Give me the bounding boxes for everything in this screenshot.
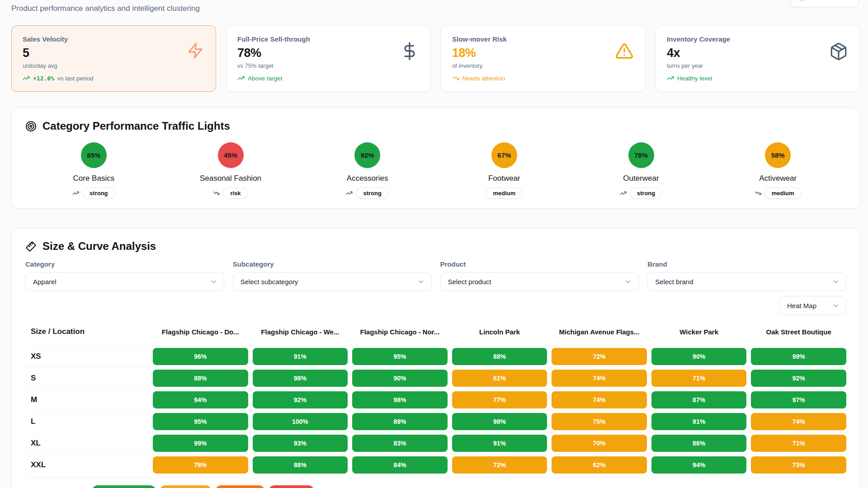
target-icon (25, 121, 37, 132)
period-selector-button[interactable]: Last 4 Weeks (790, 0, 859, 7)
heatmap-cell[interactable]: 77% (452, 391, 547, 408)
heatmap-cell[interactable]: 70% (552, 435, 647, 452)
traffic-light-item[interactable]: 85%Core Basicsstrong (25, 142, 162, 199)
traffic-light-category: Outerwear (623, 174, 659, 183)
heatmap-cell[interactable]: 87% (651, 391, 747, 408)
select-value: Select brand (655, 278, 693, 286)
heatmap-cell[interactable]: 88% (452, 348, 547, 365)
product-select[interactable]: Select product (440, 272, 639, 291)
heatmap-cell[interactable]: 62% (552, 456, 647, 474)
kpi-status: Healthy level (677, 75, 712, 82)
heatmap-cell[interactable]: 98% (253, 370, 348, 387)
location-column-header: Flagship Chicago - Nor... (352, 328, 448, 336)
location-column-header: Oak Street Boutique (751, 328, 846, 336)
heatmap-cell[interactable]: 94% (153, 391, 248, 408)
kpi-title: Slow-mover Risk (452, 35, 634, 43)
heatmap-cell[interactable]: 98% (352, 391, 448, 408)
heatmap-cell[interactable]: 61% (452, 370, 547, 387)
dollar-icon (401, 42, 419, 62)
traffic-light-item[interactable]: 67%Footwearmedium (436, 142, 573, 199)
heatmap-cell[interactable]: 95% (352, 348, 448, 365)
heatmap-cell[interactable]: 75% (552, 413, 647, 430)
performance-legend: Performance Level: 80%+ Selling Fast60-7… (25, 478, 846, 488)
heatmap-cell[interactable]: 88% (153, 370, 248, 387)
heatmap-cell[interactable]: 90% (352, 370, 448, 387)
heatmap-cell[interactable]: 74% (552, 391, 647, 408)
traffic-light-category: Seasonal Fashion (200, 174, 261, 183)
status-badge: strong (630, 188, 662, 199)
section-title-text: Category Performance Traffic Lights (42, 120, 230, 132)
subcategory-select[interactable]: Select subcategory (233, 272, 432, 291)
heatmap-cell[interactable]: 100% (253, 413, 348, 430)
heatmap-cell[interactable]: 72% (452, 456, 547, 474)
brand-select[interactable]: Select brand (647, 272, 846, 291)
kpi-card-inventory-coverage[interactable]: Inventory Coverage 4x turns per year Hea… (656, 25, 860, 92)
trending-down-icon (452, 75, 459, 82)
kpi-delta: +12.0% (33, 75, 54, 82)
heatmap-cell[interactable]: 92% (253, 391, 348, 408)
status-badge: medium (764, 188, 802, 199)
legend-pill: 80%+ Selling Fast (92, 485, 156, 488)
heatmap-cell[interactable]: 94% (651, 456, 747, 474)
heatmap-cell[interactable]: 95% (153, 413, 248, 430)
heatmap-cell[interactable]: 99% (751, 348, 846, 365)
heatmap-cell[interactable]: 78% (153, 456, 248, 474)
package-icon (829, 42, 848, 63)
size-row-label: L (25, 417, 148, 426)
heatmap-cell[interactable]: 73% (751, 456, 846, 474)
heatmap-cell[interactable]: 74% (552, 370, 647, 387)
size-row-label: S (25, 374, 148, 383)
heatmap-row: XXL78%88%84%72%62%94%73% (25, 454, 846, 475)
heatmap-cell[interactable]: 93% (253, 435, 348, 452)
heatmap-cell[interactable]: 88% (253, 456, 348, 474)
kpi-value: 5 (23, 46, 205, 60)
traffic-light-item[interactable]: 78%Outerwearstrong (573, 142, 710, 199)
traffic-light-item[interactable]: 58%Activewearmedium (709, 142, 846, 199)
heatmap-row: S88%98%90%61%74%71%92% (25, 367, 846, 389)
heatmap-cell[interactable]: 72% (552, 348, 647, 365)
heatmap-cell[interactable]: 71% (751, 435, 846, 452)
heatmap-cell[interactable]: 99% (153, 435, 248, 452)
heatmap-row: M94%92%98%77%74%87%97% (25, 389, 846, 410)
kpi-card-full-price-sell-through[interactable]: Full-Price Sell-through 78% vs 75% targe… (226, 25, 431, 92)
location-column-header: Flagship Chicago - We... (253, 328, 348, 336)
heatmap-cell[interactable]: 91% (452, 435, 547, 452)
traffic-light-circle: 58% (765, 142, 791, 168)
heatmap-cell[interactable]: 98% (452, 413, 547, 430)
heatmap-cell[interactable]: 97% (751, 391, 846, 408)
heatmap-cell[interactable]: 90% (651, 348, 747, 365)
heatmap-cell[interactable]: 86% (651, 435, 747, 452)
heatmap-cell[interactable]: 83% (352, 435, 448, 452)
heatmap-cell[interactable]: 89% (352, 413, 448, 430)
heatmap-cell[interactable]: 91% (253, 348, 348, 365)
kpi-card-slow-mover-risk[interactable]: Slow-mover Risk 18% of inventory Needs a… (441, 25, 646, 92)
view-mode-select[interactable]: Heat Map (779, 296, 846, 315)
trending-up-icon (23, 75, 30, 82)
chevron-down-icon (624, 278, 632, 286)
heatmap-cell[interactable]: 92% (751, 370, 846, 387)
heatmap-cell[interactable]: 91% (651, 413, 747, 430)
legend-pill: 60-79% Good (160, 485, 211, 488)
traffic-light-item[interactable]: 45%Seasonal Fashionrisk (162, 142, 299, 199)
kpi-value: 4x (667, 46, 849, 60)
chevron-down-icon (210, 278, 217, 286)
alert-triangle-icon (615, 42, 633, 62)
heatmap-body: XS96%91%95%88%72%90%99%S88%98%90%61%74%7… (25, 345, 846, 475)
heatmap-cell[interactable]: 74% (751, 413, 846, 430)
trending-up-icon (346, 190, 353, 197)
kpi-unit: of inventory (452, 62, 634, 69)
category-performance-section: Category Performance Traffic Lights 85%C… (11, 108, 860, 209)
kpi-card-row: Sales Velocity 5 units/day avg +12.0% vs… (11, 25, 860, 92)
heatmap-cell[interactable]: 96% (153, 348, 248, 365)
kpi-title: Inventory Coverage (667, 35, 849, 43)
zap-icon (187, 42, 204, 61)
traffic-light-item[interactable]: 92%Accessoriesstrong (299, 142, 436, 199)
heatmap-cell[interactable]: 71% (651, 370, 747, 387)
chevron-down-icon (832, 278, 840, 286)
heatmap-cell[interactable]: 84% (352, 456, 448, 474)
traffic-light-grid: 85%Core Basicsstrong45%Seasonal Fashionr… (25, 142, 846, 199)
kpi-card-sales-velocity[interactable]: Sales Velocity 5 units/day avg +12.0% vs… (11, 25, 216, 92)
chevron-down-icon (832, 302, 840, 310)
kpi-title: Sales Velocity (23, 35, 205, 43)
category-select[interactable]: Apparel (25, 272, 224, 291)
